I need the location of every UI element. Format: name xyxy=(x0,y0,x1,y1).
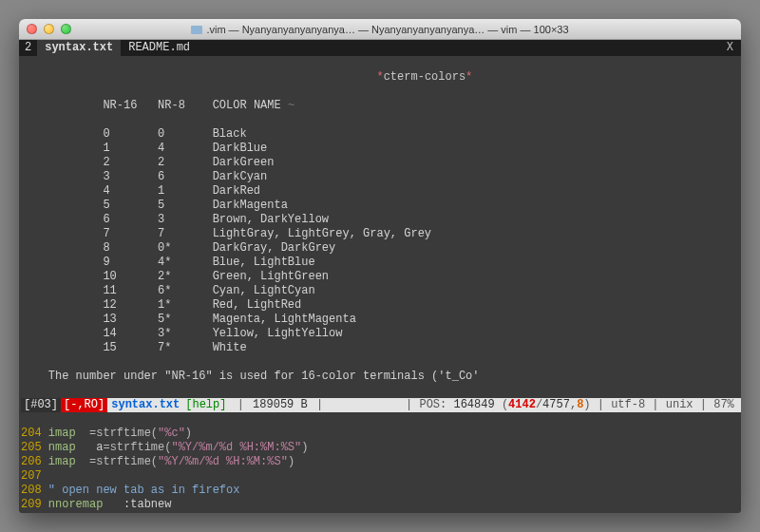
table-header: NR-16 NR-8 COLOR NAME ~ xyxy=(21,99,741,113)
sl-enc: utf-8 xyxy=(611,398,645,411)
window-title-text: .vim — Nyanyanyanyanyanya… — Nyanyanyany… xyxy=(206,24,568,35)
window-title: .vim — Nyanyanyanyanyanya… — Nyanyanyany… xyxy=(19,24,741,35)
vimrc-line: 204 imap =strftime("%c") xyxy=(21,427,741,441)
color-row: 10 2* Green, LightGreen xyxy=(21,270,741,284)
vimrc-line: 206 imap =strftime("%Y/%m/%d %H:%M:%S") xyxy=(21,455,741,469)
zoom-icon[interactable] xyxy=(61,24,71,34)
header-nr8: NR-8 xyxy=(158,99,185,112)
sl-right: | POS: 164849 (4142/4757,8) | utf-8 | un… xyxy=(406,398,741,412)
note-line: The number under "NR-16" is used for 16-… xyxy=(21,370,741,384)
color-row: 12 1* Red, LightRed xyxy=(21,298,741,313)
color-row: 13 5* Magenta, LightMagenta xyxy=(21,313,741,327)
tag-line: *cterm-colors* xyxy=(21,70,741,85)
tag-star: * xyxy=(466,70,472,84)
color-row: 0 0 Black xyxy=(21,127,741,142)
color-row: 14 3* Yellow, LightYellow xyxy=(21,327,741,341)
color-row: 2 2 DarkGreen xyxy=(21,156,741,170)
sl-ff: unix xyxy=(666,398,694,411)
vimrc-line: 207 xyxy=(21,469,741,484)
color-row: 1 4 DarkBlue xyxy=(21,142,741,156)
traffic-lights xyxy=(27,24,71,34)
color-row: 3 6 DarkCyan xyxy=(21,170,741,184)
color-row: 15 7* White xyxy=(21,341,741,355)
tab-syntax[interactable]: syntax.txt xyxy=(37,40,121,56)
color-row: 5 5 DarkMagenta xyxy=(21,199,741,213)
sl-sep: | xyxy=(228,398,253,412)
sl-line: 4142 xyxy=(508,398,536,411)
vimrc-pane: 204 imap =strftime("%c")205 nmap a=strft… xyxy=(21,427,741,513)
tab-count: 2 xyxy=(19,40,37,56)
sl-pos-label: POS: xyxy=(419,398,446,411)
color-row: 6 3 Brown, DarkYellow xyxy=(21,213,741,227)
color-row: 9 4* Blue, LightBlue xyxy=(21,256,741,270)
minimize-icon[interactable] xyxy=(44,24,54,34)
sl-filename: syntax.txt xyxy=(107,398,183,412)
color-row: 11 6* Cyan, LightCyan xyxy=(21,284,741,298)
sl-col: 8 xyxy=(577,398,583,411)
sl-help: [help] xyxy=(183,398,228,412)
vimrc-line: 210 inoremap :tabnew xyxy=(21,512,741,513)
sl-total-lines: 4757 xyxy=(542,398,570,411)
sl-bytes: 189059 B xyxy=(253,398,308,412)
tab-close-button[interactable]: X xyxy=(719,40,741,56)
sl-flags: [-,RO] xyxy=(61,398,107,412)
tag-name: cterm-colors xyxy=(384,70,466,84)
terminal-window: .vim — Nyanyanyanyanyanya… — Nyanyanyany… xyxy=(19,19,741,513)
tag-star: * xyxy=(376,70,383,84)
vimrc-line: 209 nnoremap :tabnew xyxy=(21,498,741,512)
color-row: 8 0* DarkGray, DarkGrey xyxy=(21,241,741,256)
close-icon[interactable] xyxy=(27,24,37,34)
statusline-top: [#03][-,RO]syntax.txt [help] | 189059 B … xyxy=(21,398,741,412)
folder-icon xyxy=(191,26,202,34)
sl-pos-byte: 164849 xyxy=(453,398,494,411)
header-colorname: COLOR NAME xyxy=(213,99,281,112)
color-table: 0 0 Black 1 4 DarkBlue 2 2 DarkGreen 3 6… xyxy=(21,127,741,355)
vim-tabbar: 2 syntax.txt README.md X xyxy=(19,40,741,56)
color-row: 4 1 DarkRed xyxy=(21,184,741,199)
header-tilde: ~ xyxy=(288,99,294,112)
header-nr16: NR-16 xyxy=(103,99,137,112)
sl-percent: 87% xyxy=(713,398,734,411)
macos-titlebar[interactable]: .vim — Nyanyanyanyanyanya… — Nyanyanyany… xyxy=(19,19,741,40)
vimrc-line: 205 nmap a=strftime("%Y/%m/%d %H:%M:%S") xyxy=(21,441,741,455)
tab-readme[interactable]: README.md xyxy=(121,40,198,56)
vimrc-line: 208 " open new tab as in firefox xyxy=(21,484,741,498)
color-row: 7 7 LightGray, LightGrey, Gray, Grey xyxy=(21,227,741,241)
sl-bufnum: [#03] xyxy=(21,398,61,412)
terminal-body[interactable]: *cterm-colors* NR-16 NR-8 COLOR NAME ~ 0… xyxy=(19,56,741,513)
